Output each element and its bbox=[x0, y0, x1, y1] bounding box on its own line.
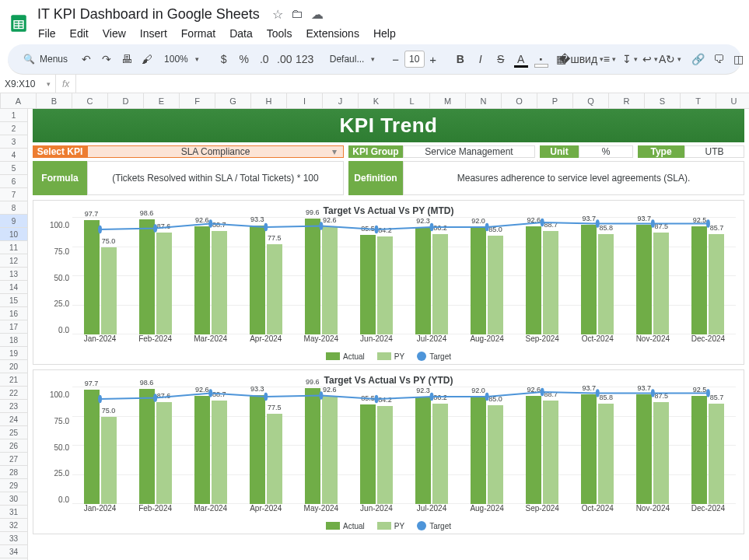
decrease-decimal-button[interactable]: .0 bbox=[255, 49, 274, 69]
row-header-32[interactable]: 32 bbox=[0, 519, 27, 532]
row-header-5[interactable]: 5 bbox=[0, 162, 27, 175]
star-icon[interactable]: ☆ bbox=[272, 7, 283, 22]
col-header-O[interactable]: O bbox=[502, 93, 537, 108]
row-header-25[interactable]: 25 bbox=[0, 426, 27, 439]
print-button[interactable]: 🖶 bbox=[117, 49, 136, 69]
row-header-21[interactable]: 21 bbox=[0, 373, 27, 387]
col-header-P[interactable]: P bbox=[537, 93, 573, 108]
redo-button[interactable]: ↷ bbox=[97, 49, 116, 69]
row-header-16[interactable]: 16 bbox=[0, 307, 27, 320]
col-header-N[interactable]: N bbox=[466, 93, 502, 108]
col-header-D[interactable]: D bbox=[108, 93, 144, 108]
strike-button[interactable]: S bbox=[492, 49, 510, 69]
menu-file[interactable]: File bbox=[33, 26, 61, 41]
col-header-G[interactable]: G bbox=[215, 93, 251, 108]
col-header-M[interactable]: M bbox=[430, 93, 466, 108]
row-header-19[interactable]: 19 bbox=[0, 347, 27, 360]
row-header-31[interactable]: 31 bbox=[0, 506, 27, 519]
text-color-button[interactable]: A bbox=[512, 49, 530, 69]
row-header-14[interactable]: 14 bbox=[0, 281, 27, 294]
row-header-23[interactable]: 23 bbox=[0, 400, 27, 413]
row-header-6[interactable]: 6 bbox=[0, 175, 27, 188]
menu-data[interactable]: Data bbox=[224, 26, 258, 41]
col-header-H[interactable]: H bbox=[251, 93, 287, 108]
paint-format-button[interactable]: 🖌 bbox=[138, 49, 156, 69]
row-header-1[interactable]: 1 bbox=[0, 109, 27, 122]
row-header-28[interactable]: 28 bbox=[0, 466, 27, 479]
col-header-I[interactable]: I bbox=[287, 93, 323, 108]
row-header-20[interactable]: 20 bbox=[0, 360, 27, 373]
row-header-8[interactable]: 8 bbox=[0, 201, 27, 215]
row-header-34[interactable]: 34 bbox=[0, 545, 27, 558]
col-header-C[interactable]: C bbox=[72, 93, 108, 108]
menus-search[interactable]: 🔍 Menus bbox=[16, 49, 75, 69]
row-header-24[interactable]: 24 bbox=[0, 413, 27, 426]
doc-title[interactable]: IT KPI Dashboard in Google Sheets bbox=[33, 5, 264, 24]
row-header-26[interactable]: 26 bbox=[0, 439, 27, 453]
menu-extensions[interactable]: Extensions bbox=[300, 26, 364, 41]
col-header-B[interactable]: B bbox=[37, 93, 72, 108]
h-align-button[interactable]: ≡ bbox=[600, 49, 619, 69]
menu-edit[interactable]: Edit bbox=[65, 26, 94, 41]
row-header-10[interactable]: 10 bbox=[0, 228, 27, 241]
row-header-27[interactable]: 27 bbox=[0, 453, 27, 466]
font-select[interactable]: Defaul... bbox=[324, 49, 378, 69]
undo-button[interactable]: ↶ bbox=[77, 49, 96, 69]
percent-button[interactable]: % bbox=[235, 49, 254, 69]
row-header-30[interactable]: 30 bbox=[0, 492, 27, 506]
row-header-29[interactable]: 29 bbox=[0, 479, 27, 492]
col-header-Q[interactable]: Q bbox=[573, 93, 609, 108]
row-header-18[interactable]: 18 bbox=[0, 334, 27, 347]
menu-insert[interactable]: Insert bbox=[135, 26, 173, 41]
cloud-status-icon[interactable]: ☁ bbox=[311, 7, 324, 22]
col-header-E[interactable]: E bbox=[144, 93, 180, 108]
sheet-canvas[interactable]: KPI Trend Select KPI SLA Compliance KPI … bbox=[28, 109, 749, 560]
row-header-11[interactable]: 11 bbox=[0, 241, 27, 254]
menu-tools[interactable]: Tools bbox=[261, 26, 298, 41]
col-header-S[interactable]: S bbox=[645, 93, 681, 108]
font-size-input[interactable]: 10 bbox=[404, 51, 425, 68]
col-header-L[interactable]: L bbox=[394, 93, 430, 108]
font-size-minus[interactable]: − bbox=[387, 51, 404, 68]
link-button[interactable]: 🔗 bbox=[689, 49, 708, 69]
row-header-12[interactable]: 12 bbox=[0, 254, 27, 268]
row-header-3[interactable]: 3 bbox=[0, 135, 27, 149]
row-header-13[interactable]: 13 bbox=[0, 268, 27, 281]
row-header-17[interactable]: 17 bbox=[0, 320, 27, 334]
menu-help[interactable]: Help bbox=[368, 26, 401, 41]
col-header-R[interactable]: R bbox=[609, 93, 645, 108]
row-header-4[interactable]: 4 bbox=[0, 149, 27, 162]
col-header-A[interactable]: A bbox=[1, 93, 37, 108]
move-icon[interactable]: 🗀 bbox=[291, 7, 303, 22]
col-header-T[interactable]: T bbox=[681, 93, 716, 108]
row-header-22[interactable]: 22 bbox=[0, 387, 27, 400]
col-header-K[interactable]: K bbox=[359, 93, 394, 108]
v-align-button[interactable]: ↧ bbox=[621, 49, 639, 69]
row-header-7[interactable]: 7 bbox=[0, 188, 27, 201]
wrap-button[interactable]: ↩ bbox=[641, 49, 660, 69]
rotate-button[interactable]: A↻ bbox=[661, 49, 680, 69]
italic-button[interactable]: I bbox=[471, 49, 490, 69]
menu-view[interactable]: View bbox=[97, 26, 131, 41]
row-header-33[interactable]: 33 bbox=[0, 532, 27, 545]
row-header-9[interactable]: 9 bbox=[0, 215, 27, 228]
sheets-logo[interactable] bbox=[8, 9, 30, 37]
select-kpi-dropdown[interactable]: SLA Compliance bbox=[87, 145, 344, 158]
col-header-J[interactable]: J bbox=[323, 93, 359, 108]
name-box[interactable]: X9:X10▾ bbox=[0, 75, 56, 93]
currency-button[interactable]: $ bbox=[215, 49, 233, 69]
row-header-15[interactable]: 15 bbox=[0, 294, 27, 307]
merge-button[interactable]: �швид bbox=[572, 49, 591, 69]
col-header-F[interactable]: F bbox=[180, 93, 215, 108]
bold-button[interactable]: B bbox=[451, 49, 470, 69]
zoom-select[interactable]: 100% bbox=[158, 49, 205, 69]
more-formats-button[interactable]: 123 bbox=[296, 49, 314, 69]
increase-decimal-button[interactable]: .00 bbox=[275, 49, 294, 69]
row-header-2[interactable]: 2 bbox=[0, 122, 27, 135]
fill-color-button[interactable]: 🞍 bbox=[532, 49, 551, 69]
insert-chart-button[interactable]: ◫ bbox=[730, 49, 748, 69]
col-header-U[interactable]: U bbox=[716, 93, 749, 108]
menu-format[interactable]: Format bbox=[176, 26, 221, 41]
comment-button[interactable]: 🗨 bbox=[709, 49, 728, 69]
font-size-plus[interactable]: + bbox=[425, 51, 442, 68]
